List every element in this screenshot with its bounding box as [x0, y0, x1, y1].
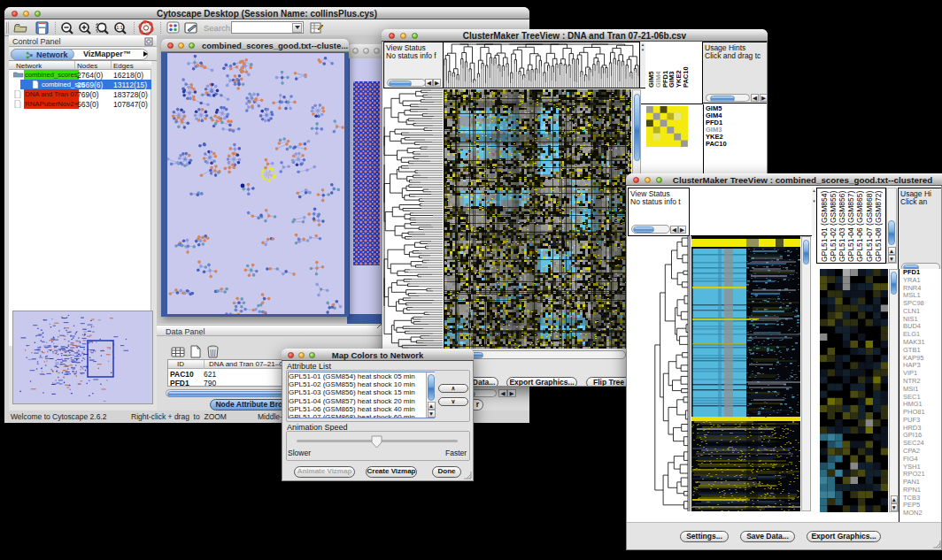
- svg-text:1:1: 1:1: [116, 25, 123, 30]
